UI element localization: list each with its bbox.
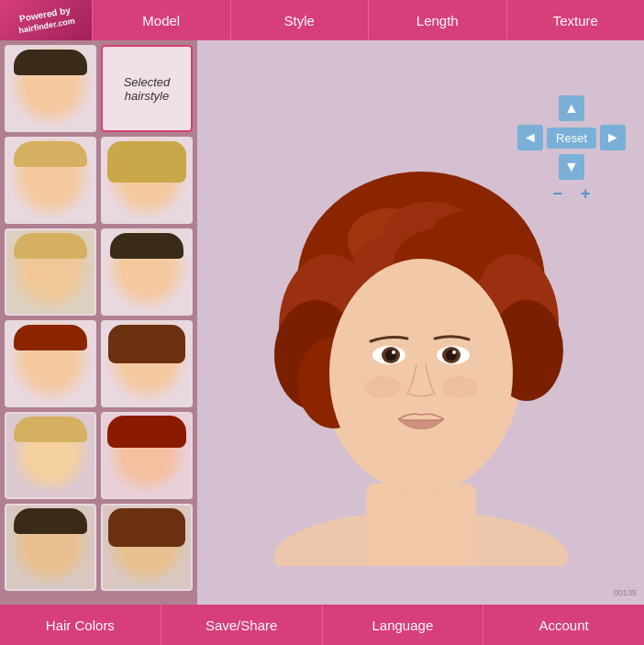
model-preview — [228, 66, 614, 580]
tab-length[interactable]: Length — [368, 0, 506, 40]
svg-point-25 — [441, 376, 478, 398]
preview-area: ▲ ◄ Reset ► ▼ − + — [197, 40, 644, 605]
watermark: 00135 — [614, 588, 637, 597]
style-preview-11 — [6, 506, 94, 589]
tab-texture[interactable]: Texture — [506, 0, 645, 40]
tab-model[interactable]: Model — [92, 0, 230, 40]
style-preview-7 — [6, 322, 94, 406]
style-preview-8 — [103, 322, 191, 406]
style-sidebar: Selected hairstyle — [0, 40, 197, 605]
brand-logo: Powered by hairfinder.com — [0, 0, 92, 40]
style-item-12[interactable] — [101, 504, 193, 591]
brand-text: Powered by hairfinder.com — [16, 5, 75, 36]
style-item-5[interactable] — [5, 228, 96, 316]
tab-style[interactable]: Style — [230, 0, 369, 40]
top-nav-tabs: Model Style Length Texture — [92, 0, 644, 40]
style-item-2[interactable]: Selected hairstyle — [101, 45, 193, 132]
tab-save-share[interactable]: Save/Share — [161, 605, 323, 645]
style-item-3[interactable] — [5, 137, 96, 224]
style-row-6 — [5, 504, 193, 591]
style-item-8[interactable] — [101, 320, 193, 407]
style-item-11[interactable] — [5, 504, 96, 591]
style-item-7[interactable] — [5, 320, 96, 407]
style-preview-4 — [103, 139, 191, 222]
style-item-9[interactable] — [5, 412, 96, 499]
tab-language[interactable]: Language — [323, 605, 484, 645]
svg-point-24 — [364, 376, 401, 398]
style-item-10[interactable] — [101, 412, 193, 499]
selected-label: Selected hairstyle — [124, 75, 171, 103]
style-preview-6 — [103, 230, 191, 314]
bottom-navigation: Hair Colors Save/Share Language Account — [0, 605, 644, 645]
tab-hair-colors[interactable]: Hair Colors — [0, 605, 161, 645]
style-item-6[interactable] — [101, 228, 193, 316]
svg-point-15 — [329, 259, 513, 488]
style-preview-5 — [6, 230, 94, 314]
style-preview-3 — [6, 139, 94, 222]
style-preview-1 — [6, 47, 94, 130]
style-item-4[interactable] — [101, 137, 193, 224]
tab-account[interactable]: Account — [483, 605, 644, 645]
style-item-1[interactable] — [5, 45, 96, 132]
style-row-2 — [5, 137, 193, 224]
svg-point-19 — [392, 350, 395, 354]
style-preview-12 — [103, 506, 191, 589]
main-area: Selected hairstyle — [0, 40, 644, 605]
style-row-4 — [5, 320, 193, 407]
style-row-1: Selected hairstyle — [5, 45, 193, 132]
style-row-3 — [5, 228, 193, 316]
svg-rect-1 — [366, 484, 476, 566]
style-preview-10 — [103, 414, 191, 497]
model-svg — [247, 80, 595, 566]
style-row-5 — [5, 412, 193, 499]
top-navigation: Powered by hairfinder.com Model Style Le… — [0, 0, 644, 40]
svg-point-23 — [452, 350, 456, 354]
style-preview-9 — [6, 414, 94, 497]
